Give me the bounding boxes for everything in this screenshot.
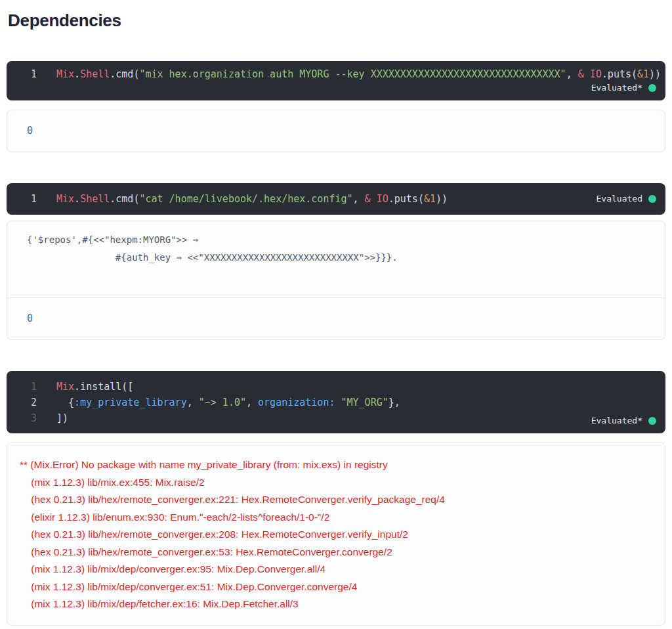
code-text: ]): [56, 410, 68, 426]
code-editor[interactable]: 1Mix.install([2 {:my_private_library, "~…: [7, 379, 665, 426]
error-line: (hex 0.21.3) lib/hex/remote_converger.ex…: [20, 544, 652, 561]
error-line: (hex 0.21.3) lib/hex/remote_converger.ex…: [20, 491, 652, 509]
code-line: 3]): [7, 410, 665, 426]
evaluation-status-label: Evaluated: [597, 191, 642, 207]
output-error: ** (Mix.Error) No package with name my_p…: [7, 443, 665, 625]
cell-group-1: 1Mix.Shell.cmd("mix hex.organization aut…: [7, 61, 665, 152]
evaluation-status-label: Evaluated*: [591, 413, 642, 429]
output-box: ** (Mix.Error) No package with name my_p…: [7, 442, 665, 626]
output-result: 0: [7, 110, 665, 152]
code-text: Mix.Shell.cmd("mix hex.organization auth…: [56, 66, 661, 82]
line-number: 1: [7, 191, 37, 207]
section-title[interactable]: Dependencies: [8, 11, 665, 31]
code-cell[interactable]: 1Mix.Shell.cmd("mix hex.organization aut…: [7, 61, 665, 100]
stdout-line: #{auth_key ⇒ <<"XXXXXXXXXXXXXXXXXXXXXXXX…: [27, 249, 645, 267]
line-number: 2: [7, 395, 37, 410]
output-result: 0: [7, 298, 665, 339]
line-number: 1: [7, 66, 37, 82]
evaluated-dot: [648, 84, 656, 92]
cell-group-3: 1Mix.install([2 {:my_private_library, "~…: [7, 371, 665, 626]
code-line: 1Mix.Shell.cmd("mix hex.organization aut…: [7, 66, 665, 82]
code-text: Mix.install([: [56, 379, 133, 395]
output-box: 0: [7, 110, 665, 152]
evaluation-status: Evaluated*: [591, 413, 656, 429]
code-cell[interactable]: 1Mix.install([2 {:my_private_library, "~…: [7, 371, 665, 433]
code-cell[interactable]: 1Mix.Shell.cmd("cat /home/livebook/.hex/…: [7, 183, 665, 215]
code-editor[interactable]: 1Mix.Shell.cmd("cat /home/livebook/.hex/…: [7, 191, 665, 207]
code-line: 2 {:my_private_library, "~> 1.0", organi…: [7, 395, 665, 410]
notebook-section: Dependencies 1Mix.Shell.cmd("mix hex.org…: [7, 11, 665, 626]
stdout-line: {'$repos',#{<<"hexpm:MYORG">> ⇒: [27, 231, 645, 249]
code-text: {:my_private_library, "~> 1.0", organiza…: [56, 395, 400, 410]
error-line: (hex 0.21.3) lib/hex/remote_converger.ex…: [20, 526, 652, 544]
output-stdout: {'$repos',#{<<"hexpm:MYORG">> ⇒ #{auth_k…: [7, 221, 665, 297]
code-editor[interactable]: 1Mix.Shell.cmd("mix hex.organization aut…: [7, 66, 665, 82]
error-line: (elixir 1.12.3) lib/enum.ex:930: Enum."-…: [20, 509, 652, 527]
line-number: 3: [7, 410, 37, 426]
cell-group-2: 1Mix.Shell.cmd("cat /home/livebook/.hex/…: [7, 183, 665, 340]
error-line: (mix 1.12.3) lib/mix/dep/converger.ex:95…: [20, 561, 652, 578]
output-box: {'$repos',#{<<"hexpm:MYORG">> ⇒ #{auth_k…: [7, 221, 665, 340]
line-number: 1: [7, 379, 37, 395]
code-line: 1Mix.Shell.cmd("cat /home/livebook/.hex/…: [7, 191, 665, 207]
evaluated-dot: [648, 195, 656, 203]
error-line: ** (Mix.Error) No package with name my_p…: [20, 456, 652, 474]
error-line: (mix 1.12.3) lib/mix/dep/converger.ex:51…: [20, 578, 652, 596]
error-line: (mix 1.12.3) lib/mix.ex:455: Mix.raise/2: [20, 474, 652, 492]
evaluated-dot: [648, 417, 656, 425]
code-line: 1Mix.install([: [7, 379, 665, 395]
evaluation-status: Evaluated: [597, 191, 656, 207]
code-text: Mix.Shell.cmd("cat /home/livebook/.hex/h…: [56, 191, 448, 207]
evaluation-status: Evaluated*: [591, 80, 656, 96]
error-line: (mix 1.12.3) lib/mix/dep/fetcher.ex:16: …: [20, 596, 652, 613]
evaluation-status-label: Evaluated*: [591, 80, 642, 96]
